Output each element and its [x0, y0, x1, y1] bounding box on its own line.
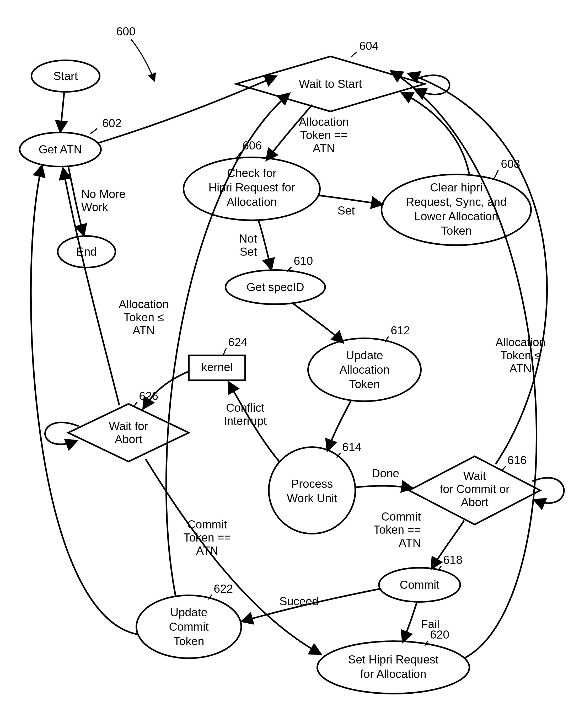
node-clear-hipri-l3: Lower Allocation — [414, 210, 498, 223]
edge-process-to-wait-commit — [355, 486, 413, 488]
node-check-hipri-l3: Allocation — [227, 196, 277, 208]
edge-alloc-eq-atn-l1: Allocation — [299, 115, 349, 128]
figure-ref-label: 600 — [116, 25, 135, 38]
edge-commit-eq-left-l1: Commit — [187, 518, 227, 531]
node-set-hipri-l1: Set Hipri Request — [348, 653, 439, 666]
edge-clear-to-wait-start — [401, 92, 469, 175]
node-get-atn-label: Get ATN — [38, 143, 82, 156]
edge-not-set-l2: Set — [240, 245, 257, 258]
node-wait-to-start-ref: 604 — [359, 39, 378, 52]
node-commit-ref: 618 — [443, 553, 462, 566]
svg-text:Wait to Start: Wait to Start — [299, 77, 362, 90]
leader-604 — [351, 52, 357, 57]
edge-specid-to-update-alloc — [292, 303, 344, 343]
node-kernel-label: kernel — [202, 361, 233, 373]
node-process-work-l2: Work Unit — [287, 492, 337, 504]
figure-ref-leader — [131, 39, 155, 81]
node-kernel-ref: 624 — [228, 336, 247, 348]
edge-check-to-specid — [258, 220, 271, 270]
node-update-alloc-l3: Token — [349, 378, 380, 390]
edge-alloc-eq-atn-l3: ATN — [313, 141, 335, 154]
node-update-commit-ref: 622 — [214, 582, 233, 595]
svg-text:Wait for: Wait for — [109, 420, 148, 433]
edge-wait-commit-to-wait-start-rightarc — [408, 73, 547, 464]
node-check-hipri-l1: Check for — [227, 166, 277, 179]
node-process-work — [269, 447, 355, 534]
node-wait-for-abort: Wait for Abort — [68, 404, 189, 462]
edge-alloc-le-right-l2: Token ≤ — [500, 349, 541, 362]
node-wait-commit-ref: 616 — [507, 454, 527, 467]
node-get-specid-label: Get specID — [246, 281, 304, 293]
edge-no-more-work-l1: No More — [81, 187, 126, 200]
node-start-label: Start — [53, 70, 78, 82]
node-update-alloc-ref: 612 — [391, 324, 410, 337]
node-update-commit-l3: Token — [173, 635, 204, 648]
edge-set-label: Set — [338, 204, 355, 217]
edge-alloc-le-right-l3: ATN — [509, 362, 532, 375]
svg-text:Abort: Abort — [461, 496, 488, 509]
edge-commit-eq-right-l3: ATN — [399, 536, 421, 549]
node-process-work-l1: Process — [291, 477, 333, 490]
node-update-commit-l1: Update — [170, 606, 207, 619]
state-diagram: 600 Start Get ATN 602 End Wait to Start … — [0, 0, 579, 728]
edge-commit-eq-right-l1: Commit — [381, 510, 421, 523]
svg-text:for Commit or: for Commit or — [440, 483, 509, 495]
edge-done-label: Done — [372, 467, 399, 480]
edge-commit-eq-left-l2: Token == — [183, 531, 231, 544]
edge-no-more-work-l2: Work — [81, 201, 108, 213]
node-clear-hipri-l1: Clear hipri — [430, 181, 483, 194]
svg-text:Wait: Wait — [463, 469, 486, 482]
node-update-alloc-l1: Update — [346, 349, 383, 362]
leader-602 — [90, 129, 97, 134]
edge-conflict-l2: Interrupt — [224, 414, 267, 427]
edge-alloc-le-left-l2: Token ≤ — [124, 311, 164, 323]
node-set-hipri-l2: for Allocation — [360, 668, 426, 680]
edge-alloc-le-left-l1: Allocation — [119, 298, 169, 311]
node-update-commit-l2: Commit — [169, 620, 209, 633]
leader-624 — [223, 348, 226, 355]
leader-608 — [494, 170, 498, 178]
node-wait-to-start: Wait to Start — [236, 56, 425, 111]
edge-alloc-le-left-l3: ATN — [133, 324, 155, 337]
edge-commit-eq-right-l2: Token == — [373, 523, 421, 536]
node-clear-hipri-l4: Token — [441, 224, 472, 237]
edge-not-set-l1: Not — [239, 232, 257, 245]
node-commit-label: Commit — [400, 578, 440, 591]
leader-616 — [502, 466, 506, 471]
edge-start-to-get-atn — [60, 92, 64, 132]
svg-text:Abort: Abort — [114, 433, 142, 446]
node-get-specid-ref: 610 — [294, 254, 313, 267]
edge-commit-to-set-hipri — [402, 602, 417, 643]
edge-alloc-eq-atn-l2: Token == — [300, 129, 347, 141]
edge-commit-eq-left-l3: ATN — [196, 544, 218, 557]
edge-succeed-label: Suceed — [279, 595, 318, 608]
edge-check-to-clear — [319, 196, 383, 205]
edge-alloc-le-right-l1: Allocation — [496, 336, 546, 348]
node-update-alloc-l2: Allocation — [340, 363, 390, 376]
edge-conflict-l1: Conflict — [226, 401, 265, 414]
node-process-work-ref: 614 — [342, 441, 361, 453]
edge-fail-label: Fail — [421, 618, 440, 630]
node-get-atn-ref: 602 — [102, 117, 122, 130]
node-wait-commit-or-abort: Wait for Commit or Abort — [409, 456, 540, 524]
leader-626 — [134, 402, 137, 407]
